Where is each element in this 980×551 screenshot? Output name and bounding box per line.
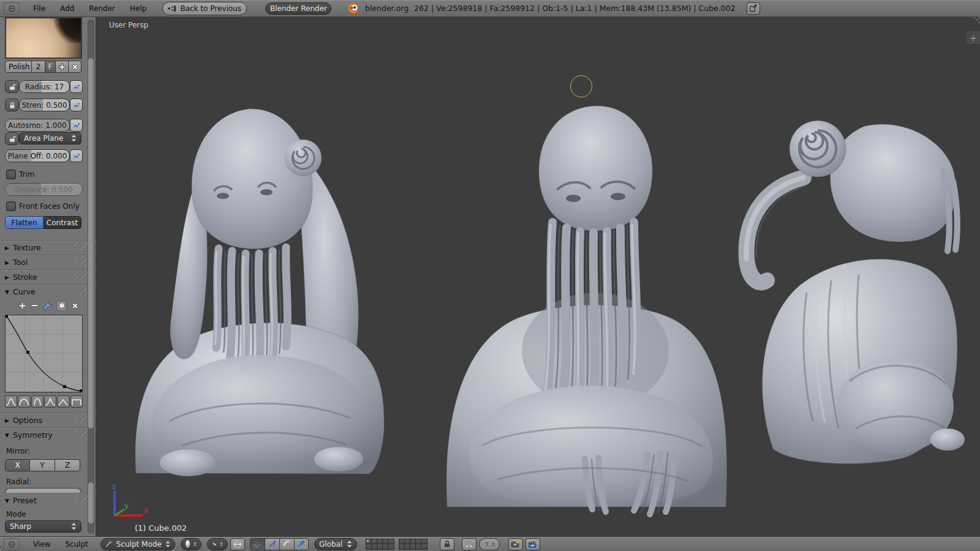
blender-logo-icon[interactable]: [347, 2, 359, 14]
brush-falloff-curve[interactable]: [5, 315, 83, 392]
mirror-y-button[interactable]: Y: [30, 459, 55, 471]
add-brush-button[interactable]: [56, 61, 69, 73]
snap-toggle-button[interactable]: [462, 538, 477, 550]
sculpt-plane-select[interactable]: Area Plane: [19, 132, 81, 144]
panel-curve[interactable]: ▼ Curve: [0, 284, 96, 299]
viewport-3d[interactable]: User Persp z y x (1) Cube.002 +: [96, 17, 980, 536]
layer-cell[interactable]: [421, 544, 427, 549]
plane-offset-slider[interactable]: Plane Off: 0.000: [5, 149, 70, 162]
radius-slider[interactable]: Radius: 17: [19, 80, 70, 93]
unlink-brush-button[interactable]: [69, 61, 81, 73]
layer-cell[interactable]: [405, 544, 410, 549]
mirror-z-button[interactable]: Z: [55, 459, 80, 471]
panel-tool[interactable]: ▶ Tool: [0, 255, 96, 269]
mode-select[interactable]: Sculpt Mode: [100, 538, 175, 550]
layer-cell[interactable]: [377, 544, 383, 549]
layer-cell[interactable]: [421, 539, 427, 544]
layer-cell[interactable]: [388, 544, 394, 549]
scrollbar-thumb[interactable]: [88, 58, 94, 429]
add-point-icon[interactable]: [18, 302, 26, 310]
render-engine-select[interactable]: Blender Render: [265, 2, 331, 15]
panel-grip[interactable]: [74, 430, 88, 438]
menu-render[interactable]: Render: [83, 2, 121, 15]
panel-grip[interactable]: [74, 257, 88, 266]
contrast-button[interactable]: Contrast: [43, 216, 81, 229]
trim-checkbox[interactable]: [6, 170, 16, 179]
strength-slider[interactable]: Stren: 0.500: [19, 99, 70, 111]
window-duplicate-button[interactable]: [747, 2, 760, 15]
front-faces-checkbox[interactable]: [6, 201, 16, 211]
layer-cell[interactable]: [377, 539, 383, 544]
blender-org-link[interactable]: blender.org: [365, 4, 409, 13]
layer-cell[interactable]: [416, 544, 421, 549]
panel-grip[interactable]: [74, 415, 88, 424]
translate-arrow-button[interactable]: [265, 538, 279, 550]
layer-cell-active[interactable]: [366, 539, 372, 544]
plane-lock-toggle[interactable]: [5, 132, 19, 145]
layer-cell[interactable]: [372, 544, 377, 549]
panel-grip[interactable]: [74, 272, 88, 280]
fake-user-button[interactable]: F: [45, 61, 56, 73]
rotate-manipulator-button[interactable]: [279, 538, 294, 550]
radius-animate-button[interactable]: [70, 80, 83, 93]
layer-cell[interactable]: [410, 544, 416, 549]
layer-cell[interactable]: [372, 539, 377, 544]
translate-manipulator-button[interactable]: [250, 538, 265, 550]
curve-preset-sphere-button[interactable]: [18, 395, 30, 408]
menu-file[interactable]: File: [27, 2, 51, 15]
panel-options[interactable]: ▶ Options: [0, 413, 96, 427]
menu-sculpt[interactable]: Sculpt: [59, 538, 94, 551]
curve-preset-max-button[interactable]: [70, 395, 83, 408]
menu-add[interactable]: Add: [54, 2, 80, 15]
back-to-previous-button[interactable]: Back to Previous: [162, 2, 247, 15]
editor-type-button[interactable]: [4, 2, 20, 15]
layer-cell[interactable]: [383, 544, 388, 549]
autosmooth-slider[interactable]: Autosmo: 1.000: [5, 119, 70, 132]
manipulator-toggle-button[interactable]: [230, 538, 245, 550]
opengl-render-anim-button[interactable]: [526, 538, 540, 550]
brush-preview-image[interactable]: [5, 17, 82, 59]
flatten-button[interactable]: Flatten: [5, 216, 43, 229]
layer-cell[interactable]: [405, 539, 410, 544]
panel-symmetry[interactable]: ▼ Symmetry: [0, 427, 96, 442]
strength-unified-toggle[interactable]: [5, 99, 19, 111]
layer-cell[interactable]: [410, 539, 416, 544]
brush-name-field[interactable]: Polish: [5, 61, 32, 73]
pivot-point-select[interactable]: [207, 538, 228, 550]
layer-cell[interactable]: [399, 544, 405, 549]
delete-curve-icon[interactable]: [71, 302, 79, 310]
plane-offset-animate-button[interactable]: [70, 149, 83, 162]
radius-unified-toggle[interactable]: [5, 80, 19, 93]
opengl-render-button[interactable]: [508, 538, 523, 550]
menu-help[interactable]: Help: [124, 2, 153, 15]
panel-grip[interactable]: [74, 287, 88, 295]
panel-grip[interactable]: [74, 242, 88, 251]
curve-preset-linear-button[interactable]: [57, 395, 69, 408]
lock-to-scene-button[interactable]: [440, 538, 454, 550]
region-expand-button[interactable]: +: [966, 31, 980, 45]
panel-stroke[interactable]: ▶ Stroke: [0, 269, 96, 284]
mirror-x-button[interactable]: X: [5, 459, 30, 471]
preset-mode-select[interactable]: Sharp: [5, 520, 81, 533]
viewport-shading-select[interactable]: [181, 538, 202, 550]
layer-cell[interactable]: [383, 539, 388, 544]
panel-preset[interactable]: ▼ Preset: [0, 493, 96, 508]
radial-slider-clipped[interactable]: [5, 488, 81, 493]
layer-cell[interactable]: [416, 539, 421, 544]
tool-shelf-scrollbar[interactable]: [88, 20, 94, 534]
snap-element-select[interactable]: [479, 538, 500, 550]
scale-manipulator-button[interactable]: [294, 538, 309, 550]
panel-texture[interactable]: ▶ Texture: [0, 240, 96, 255]
clipping-options-button[interactable]: [56, 301, 67, 311]
curve-preset-sharp-button[interactable]: [44, 395, 56, 408]
remove-point-icon[interactable]: [31, 304, 39, 307]
layer-cell[interactable]: [399, 539, 405, 544]
curve-preset-root-button[interactable]: [31, 395, 43, 408]
curve-preset-smooth-button[interactable]: [5, 395, 17, 408]
wrench-icon[interactable]: [43, 301, 52, 310]
layer-cell[interactable]: [388, 539, 394, 544]
menu-view[interactable]: View: [27, 538, 56, 551]
distance-slider[interactable]: Distance: 0.500: [5, 183, 83, 196]
panel-grip[interactable]: [74, 495, 88, 504]
layer-cell[interactable]: [366, 544, 372, 549]
